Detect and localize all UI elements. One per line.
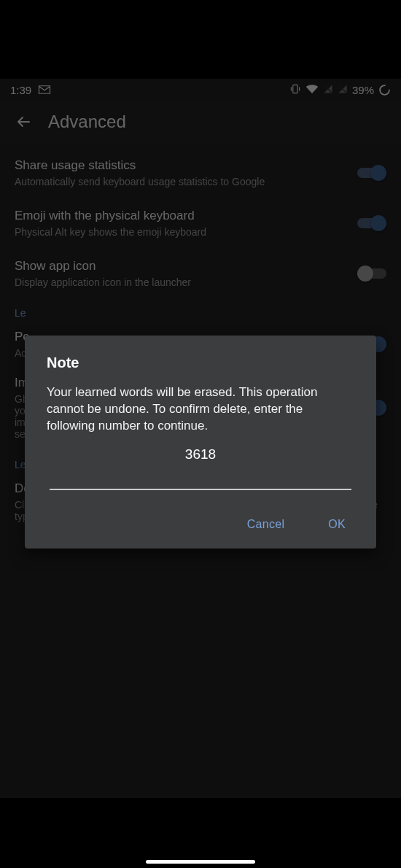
dialog-body: Your learned words will be erased. This … [47, 384, 354, 435]
confirm-delete-dialog: Note Your learned words will be erased. … [25, 336, 376, 549]
ok-button[interactable]: OK [319, 512, 354, 537]
nav-gesture-handle[interactable] [146, 860, 255, 864]
cancel-button[interactable]: Cancel [238, 512, 294, 537]
dialog-title: Note [47, 354, 354, 371]
dialog-confirm-code: 3618 [47, 446, 354, 462]
dialog-input[interactable] [50, 489, 351, 490]
